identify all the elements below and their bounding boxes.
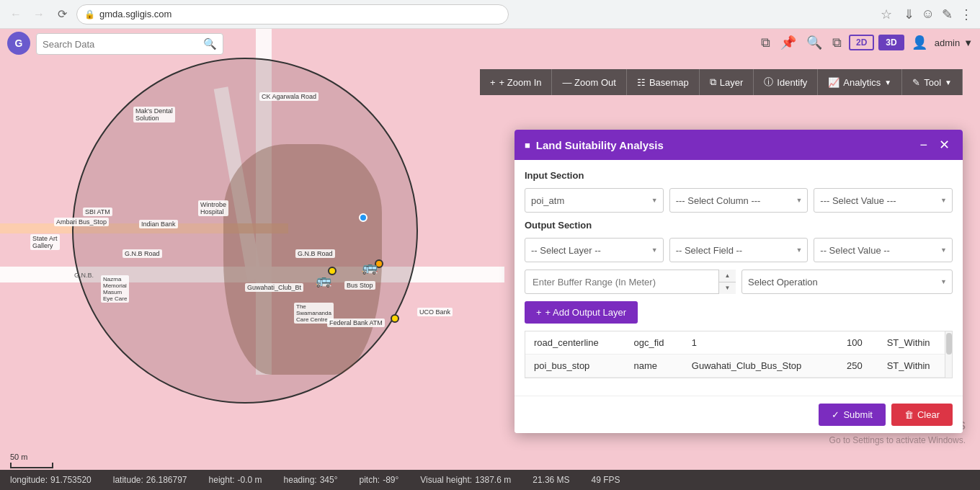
map-container: Mak's DentalSolution SBI ATM Ambari Bus_… (0, 29, 980, 490)
output-field-select[interactable]: -- Select Field -- (669, 238, 808, 262)
reload-button[interactable]: ⟳ (53, 6, 71, 23)
secure-icon: 🔒 (84, 9, 95, 19)
submit-label: Submit (843, 409, 872, 420)
panel-title: Land Suitability Analysis (536, 139, 912, 151)
add-layer-label: + Add Output Layer (545, 307, 626, 318)
poi-nazma: NazmaMemorialMasumEye Care (101, 275, 129, 303)
map-toolbar: + + Zoom In — Zoom Out ☷ Basemap ⧉ Layer… (480, 69, 963, 95)
output-row: -- Select Layer -- -- Select Field -- --… (525, 238, 953, 262)
extensions-icon[interactable]: ✎ (942, 6, 953, 22)
poi-uco-bank: UCO Bank (417, 308, 453, 316)
zoom-out-button[interactable]: — Zoom Out (552, 69, 626, 95)
add-output-layer-button[interactable]: + + Add Output Layer (525, 301, 638, 324)
basemap-icon: ☷ (637, 77, 646, 88)
tool-chevron: ▼ (945, 79, 952, 86)
input-layer-select[interactable]: poi_atm (525, 188, 664, 213)
poi-bus-stop: Bus Stop (344, 281, 375, 290)
output-layer-select[interactable]: -- Select Layer -- (525, 238, 664, 262)
scale-label: 50 m (10, 453, 27, 461)
view-3d-button[interactable]: 3D (878, 35, 904, 50)
heading-label: heading: (284, 475, 317, 485)
submit-button[interactable]: ✓ Submit (819, 404, 885, 426)
minimize-button[interactable]: − (917, 138, 930, 153)
input-column-wrapper: --- Select Column --- (669, 188, 808, 213)
analytics-icon: 📈 (828, 77, 839, 88)
table-row: road_centerlineogc_fid1100ST_Within (525, 331, 952, 355)
identify-button[interactable]: ⓘ Identify (754, 69, 818, 95)
pitch-label: pitch: (359, 475, 380, 485)
longitude-value: 91.753520 (50, 475, 92, 485)
poi-ambari-bus: Ambari Bus_Stop (54, 218, 109, 226)
bus-icon-2: 🚌 (362, 259, 378, 275)
back-button[interactable]: ← (7, 6, 24, 23)
fps-value: 49 FPS (592, 475, 620, 485)
input-column-select[interactable]: --- Select Column --- (669, 188, 808, 213)
ms-item: 21.36 MS (533, 475, 569, 485)
admin-avatar[interactable]: 👤 (909, 33, 930, 52)
table-cell-operation: ST_Within (878, 331, 952, 355)
analytics-button[interactable]: 📈 Analytics ▼ (818, 69, 902, 95)
pin-button[interactable]: 📌 (778, 33, 799, 52)
buffer-decrement[interactable]: ▼ (719, 282, 736, 295)
input-value-select[interactable]: --- Select Value --- (814, 188, 953, 213)
table-cell-field: ogc_fid (625, 331, 682, 355)
selection-area (223, 144, 382, 375)
view-2d-button[interactable]: 2D (849, 35, 874, 50)
search-bar[interactable]: 🔍 (36, 33, 223, 55)
bookmark-button[interactable]: ☆ (881, 6, 892, 22)
table-cell-operation: ST_Within (878, 355, 952, 378)
status-bar: longitude: 91.753520 latitude: 26.186797… (0, 470, 980, 490)
downloads-icon[interactable]: ⇓ (904, 6, 914, 22)
output-field-wrapper: -- Select Field -- (669, 238, 808, 262)
output-layer-wrapper: -- Select Layer -- (525, 238, 664, 262)
zoom-in-button[interactable]: + + Zoom In (480, 69, 552, 95)
search-button[interactable]: 🔍 (203, 37, 217, 50)
search2-button[interactable]: 🔍 (803, 33, 825, 52)
table-cell-buffer: 250 (838, 355, 878, 378)
menu-icon[interactable]: ⋮ (960, 6, 973, 22)
scrollbar[interactable] (945, 331, 952, 378)
operation-wrapper: Select Operation ST_Within ST_Intersects… (741, 270, 953, 294)
admin-chevron: ▼ (963, 37, 973, 48)
buffer-increment[interactable]: ▲ (719, 270, 736, 282)
clear-button[interactable]: 🗑 Clear (891, 404, 953, 426)
admin-label: admin (935, 37, 960, 48)
address-bar[interactable]: 🔒 gmda.sgligis.com (76, 4, 509, 24)
tool-icon: ✎ (912, 77, 920, 88)
forward-button[interactable]: → (30, 6, 48, 23)
close-button[interactable]: ✕ (936, 137, 953, 153)
heading-item: heading: 345° (284, 475, 338, 485)
layers-button[interactable]: ⧉ (758, 34, 773, 52)
height-value: -0.0 m (238, 475, 262, 485)
url-text: gmda.sgligis.com (99, 9, 172, 19)
search-input[interactable] (43, 39, 187, 50)
table-cell-buffer: 100 (838, 331, 878, 355)
operation-select[interactable]: Select Operation ST_Within ST_Intersects… (741, 270, 953, 294)
output-value-select[interactable]: -- Select Value -- (814, 238, 953, 262)
bus-icon-1: 🚌 (316, 272, 331, 288)
table-cell-value: Guwahati_Club_Bus_Stop (683, 355, 838, 378)
basemap-button[interactable]: ☷ Basemap (627, 69, 700, 95)
visual-height-label: Visual height: (420, 475, 472, 485)
tool-button[interactable]: ✎ Tool ▼ (902, 69, 963, 95)
input-row: poi_atm --- Select Column --- --- Select… (525, 188, 953, 213)
profile-icon[interactable]: ☺ (922, 6, 935, 22)
results-table: road_centerlineogc_fid1100ST_Withinpoi_b… (525, 331, 952, 378)
buffer-operation-row: ▲ ▼ Select Operation ST_Within ST_Inters… (525, 270, 953, 294)
panel-body: Input Section poi_atm --- Select Column … (514, 160, 963, 396)
results-table-container[interactable]: road_centerlineogc_fid1100ST_Withinpoi_b… (525, 331, 953, 378)
pin-blue-1 (359, 213, 368, 222)
admin-button[interactable]: admin ▼ (935, 37, 973, 48)
layer-button[interactable]: ⧉ Layer (700, 69, 754, 95)
clear-label: Clear (917, 409, 940, 420)
scale-box (10, 463, 53, 468)
fps-item: 49 FPS (592, 475, 620, 485)
app-logo[interactable]: G (7, 32, 30, 55)
buffer-input[interactable] (525, 270, 736, 294)
poi-wintrobe: WintrobeHospital (198, 200, 228, 216)
measure-button[interactable]: ⧉ (829, 34, 845, 52)
longitude-label: longitude: (10, 475, 48, 485)
ms-value: 21.36 MS (533, 475, 569, 485)
table-cell-layer: road_centerline (525, 331, 625, 355)
poi-state-art: State ArtGallery (30, 234, 60, 250)
